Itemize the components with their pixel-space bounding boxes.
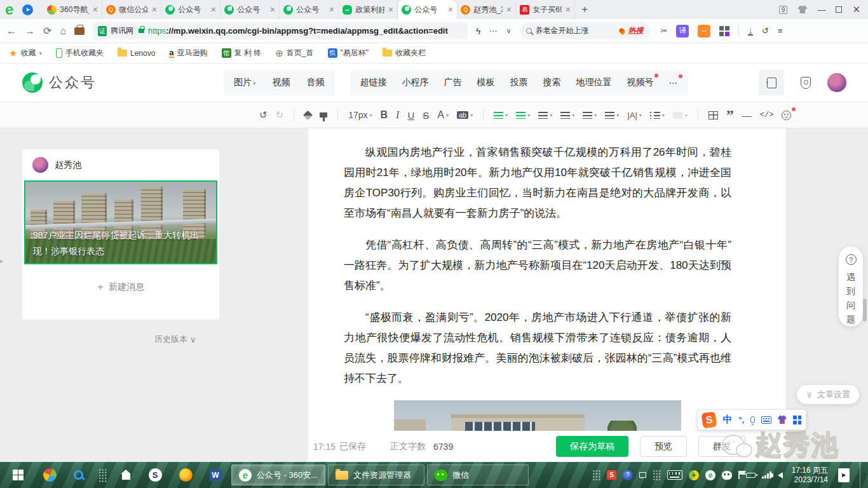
tray-flag-icon[interactable] <box>738 471 740 479</box>
help-float-button[interactable]: ? 遇到问题 <box>839 247 863 327</box>
history-version-button[interactable]: 历史版本∨ <box>154 334 196 345</box>
tray-sogou-icon[interactable]: S <box>607 470 616 480</box>
tray-wechat-icon[interactable] <box>722 471 732 480</box>
url-field[interactable]: 证 腾讯网 https://mp.weixin.qq.com/cgi-bin/a… <box>93 22 468 39</box>
taskbar-window-explorer[interactable]: 文件资源管理器 <box>328 464 424 485</box>
game-center-icon[interactable] <box>698 25 710 37</box>
bookmark-fuli[interactable]: 馆复 利 终 <box>222 48 262 58</box>
list-dropdown[interactable]: ▾ <box>650 112 665 119</box>
tab-close-icon[interactable]: ✕ <box>388 6 393 14</box>
dropdown-chevron-icon[interactable]: ∨ <box>506 27 512 35</box>
taskbar-home-icon[interactable] <box>112 470 140 480</box>
new-message-button[interactable]: + 新建消息 <box>22 281 219 294</box>
bookmark-homepage[interactable]: ⊕首页_首 <box>275 48 313 59</box>
taskbar-360safe-icon[interactable] <box>36 468 64 482</box>
back-icon[interactable]: ← <box>6 25 17 37</box>
send-button[interactable]: 群发 <box>698 436 745 457</box>
tray-window-icon[interactable] <box>639 472 646 478</box>
letter-spacing-dropdown[interactable]: |A|▾ <box>627 111 641 120</box>
menu-location[interactable]: 地理位置 <box>576 77 612 88</box>
line-height-dropdown[interactable]: ▾ <box>538 112 552 119</box>
keyboard-icon[interactable] <box>761 416 771 424</box>
undo-button[interactable]: ↺ <box>259 109 268 121</box>
lightning-icon[interactable]: ϟ <box>476 26 480 36</box>
ime-punctuation-toggle[interactable]: °, <box>738 415 744 424</box>
underline-button[interactable]: U <box>407 110 414 121</box>
tab-mp-2[interactable]: 公众号✕ <box>220 0 280 19</box>
close-button[interactable]: ✕ <box>852 4 860 15</box>
menu-miniprogram[interactable]: 小程序 <box>402 77 429 88</box>
navigator-icon[interactable]: ➤ <box>22 4 33 15</box>
hot-search-label[interactable]: 热搜 <box>628 25 644 36</box>
blockquote-button[interactable]: ” <box>726 111 734 119</box>
taskbar-window-wechat[interactable]: 微信 <box>427 464 529 485</box>
hr-button[interactable]: — <box>742 110 752 121</box>
indent-dropdown[interactable]: ▾ <box>516 112 530 119</box>
taskbar-search-icon[interactable] <box>64 470 93 480</box>
bookmark-yijubei[interactable]: 悦"易居杯" <box>328 48 369 58</box>
tray-help-icon[interactable]: ? <box>623 470 633 480</box>
skin-icon[interactable] <box>778 416 787 424</box>
bookmark-phone[interactable]: 手机收藏夹 <box>56 48 104 58</box>
new-tab-button[interactable]: + <box>581 3 588 16</box>
taskbar-word-icon[interactable]: W <box>201 469 230 481</box>
menu-vote[interactable]: 投票 <box>510 77 528 88</box>
font-size-dropdown[interactable]: 17px▾ <box>348 110 372 120</box>
taskbar-window-browser[interactable]: e 公众号 - 360安... <box>231 464 325 485</box>
tab-close-icon[interactable]: ✕ <box>506 6 512 14</box>
menu-template[interactable]: 模板 <box>477 77 495 88</box>
align-dropdown[interactable]: ▾ <box>494 112 508 119</box>
start-button[interactable] <box>0 470 36 480</box>
tab-close-icon[interactable]: ✕ <box>92 6 98 14</box>
bookmark-amazon[interactable]: a亚马逊购 <box>169 48 207 58</box>
tab-close-icon[interactable]: ✕ <box>151 6 157 14</box>
sidebar-collapse-handle[interactable]: ▸ <box>0 257 3 264</box>
menu-audio[interactable]: 音频 <box>307 77 325 88</box>
refresh-icon[interactable]: ⟳ <box>43 25 51 37</box>
tab-close-icon[interactable]: ✕ <box>269 6 275 14</box>
taskbar-sogou-icon[interactable]: S <box>140 468 170 482</box>
preview-button[interactable]: 预览 <box>640 436 687 457</box>
tab-close-icon[interactable]: ✕ <box>565 6 571 14</box>
bookmark-favorites[interactable]: ★收藏▾ <box>9 48 42 59</box>
ime-toolbar[interactable]: S 中 °, <box>697 409 806 430</box>
bookmark-folder-bar[interactable]: 收藏夹栏 <box>383 48 426 58</box>
paragraph[interactable]: 纵观国内房地产行业，首家销售额突破千亿规模的万科用了26年时间，碧桂园用时21年… <box>344 142 731 224</box>
history-icon[interactable]: ↺ <box>762 26 769 36</box>
menu-channels[interactable]: 视频号 <box>627 77 654 88</box>
taskbar-clock[interactable]: 17:16 周五 2023/7/14 <box>792 466 828 485</box>
scissors-icon[interactable]: ✂ <box>661 26 668 36</box>
bold-button[interactable]: B <box>381 109 388 121</box>
collapse-panel-button[interactable] <box>759 70 784 95</box>
account-avatar[interactable] <box>827 73 846 92</box>
mp-brand[interactable]: 公众号 <box>22 72 97 93</box>
translate-icon[interactable]: 译 <box>676 25 689 37</box>
tab-zhengce[interactable]: 政策利好✕ <box>339 0 398 19</box>
toolbox-grid-icon[interactable] <box>793 416 801 424</box>
tray-360-shield-icon[interactable]: + <box>689 470 699 480</box>
briefcase-icon[interactable] <box>74 27 85 35</box>
download-icon[interactable]: ↓ <box>748 26 753 36</box>
tab-mp-active[interactable]: 公众号✕ <box>398 0 457 19</box>
session-count-badge[interactable]: 9 <box>779 6 788 14</box>
search-input[interactable]: 养老金开始上涨 热搜 <box>520 22 650 39</box>
tab-mp-3[interactable]: 公众号✕ <box>280 0 339 19</box>
italic-button[interactable]: I <box>396 109 399 121</box>
article-image[interactable] <box>394 400 681 431</box>
highlight-dropdown[interactable]: ab▾ <box>457 111 473 119</box>
taskbar-firefox-icon[interactable] <box>170 468 201 482</box>
minimize-button[interactable]: — <box>817 5 825 15</box>
article-editor[interactable]: 纵观国内房地产行业，首家销售额突破千亿规模的万科用了26年时间，碧桂园用时21年… <box>308 128 786 431</box>
menu-icon[interactable]: ≡ <box>778 26 783 36</box>
para-spacing-dropdown[interactable]: ▾ <box>560 112 574 119</box>
code-button[interactable]: </> <box>760 111 774 119</box>
ime-indicator[interactable]: ▶ <box>838 468 850 482</box>
tab-mp-1[interactable]: 公众号✕ <box>161 0 220 19</box>
save-draft-button[interactable]: 保存为草稿 <box>556 436 628 457</box>
more-icon[interactable]: ⋯ <box>489 26 498 36</box>
mic-icon[interactable] <box>750 416 755 423</box>
paragraph[interactable]: “盛极而衰，盈满则亏”。2020年，房地产市场进入下行通道，举债扩张的新力地产很… <box>344 308 731 389</box>
ime-language-toggle[interactable]: 中 <box>722 414 732 426</box>
menu-search[interactable]: 搜索 <box>543 77 561 88</box>
redo-button[interactable]: ↻ <box>276 109 284 121</box>
